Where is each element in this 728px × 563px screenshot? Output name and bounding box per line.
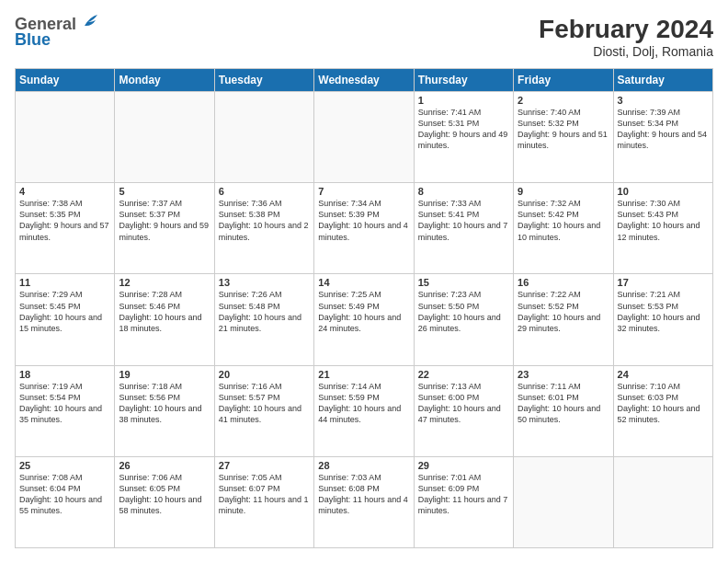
calendar-cell: 6Sunrise: 7:36 AM Sunset: 5:38 PM Daylig…: [214, 183, 313, 274]
calendar-cell: 23Sunrise: 7:11 AM Sunset: 6:01 PM Dayli…: [514, 365, 613, 456]
title-block: February 2024 Diosti, Dolj, Romania: [539, 15, 713, 59]
day-number: 2: [518, 95, 609, 106]
calendar-week-row: 18Sunrise: 7:19 AM Sunset: 5:54 PM Dayli…: [16, 365, 713, 456]
calendar-cell: 16Sunrise: 7:22 AM Sunset: 5:52 PM Dayli…: [514, 274, 613, 365]
day-number: 28: [318, 460, 409, 471]
day-info: Sunrise: 7:03 AM Sunset: 6:08 PM Dayligh…: [318, 472, 409, 517]
day-info: Sunrise: 7:21 AM Sunset: 5:53 PM Dayligh…: [618, 289, 709, 334]
day-number: 19: [119, 369, 210, 380]
calendar-cell: 11Sunrise: 7:29 AM Sunset: 5:45 PM Dayli…: [16, 274, 115, 365]
calendar-cell: [314, 92, 414, 183]
day-info: Sunrise: 7:32 AM Sunset: 5:42 PM Dayligh…: [518, 198, 609, 243]
calendar-cell: 27Sunrise: 7:05 AM Sunset: 6:07 PM Dayli…: [214, 456, 313, 547]
calendar-subtitle: Diosti, Dolj, Romania: [539, 44, 713, 59]
day-info: Sunrise: 7:22 AM Sunset: 5:52 PM Dayligh…: [518, 289, 609, 334]
calendar-cell: [16, 92, 115, 183]
calendar-table: SundayMondayTuesdayWednesdayThursdayFrid…: [15, 68, 713, 548]
day-number: 13: [219, 277, 310, 288]
day-info: Sunrise: 7:34 AM Sunset: 5:39 PM Dayligh…: [318, 198, 409, 243]
weekday-header: Monday: [115, 69, 214, 92]
day-number: 5: [119, 186, 210, 197]
day-number: 1: [418, 95, 509, 106]
day-number: 11: [19, 277, 110, 288]
calendar-cell: 26Sunrise: 7:06 AM Sunset: 6:05 PM Dayli…: [115, 456, 214, 547]
weekday-header: Sunday: [16, 69, 115, 92]
day-info: Sunrise: 7:18 AM Sunset: 5:56 PM Dayligh…: [119, 381, 210, 426]
day-number: 18: [19, 369, 110, 380]
day-number: 23: [518, 369, 609, 380]
day-number: 12: [119, 277, 210, 288]
calendar-cell: 3Sunrise: 7:39 AM Sunset: 5:34 PM Daylig…: [613, 92, 712, 183]
calendar-cell: 19Sunrise: 7:18 AM Sunset: 5:56 PM Dayli…: [115, 365, 214, 456]
calendar-cell: 17Sunrise: 7:21 AM Sunset: 5:53 PM Dayli…: [613, 274, 712, 365]
day-number: 17: [618, 277, 709, 288]
day-number: 25: [19, 460, 110, 471]
day-number: 6: [219, 186, 310, 197]
weekday-header: Thursday: [414, 69, 513, 92]
day-info: Sunrise: 7:33 AM Sunset: 5:41 PM Dayligh…: [418, 198, 509, 243]
day-info: Sunrise: 7:26 AM Sunset: 5:48 PM Dayligh…: [219, 289, 310, 334]
day-number: 7: [318, 186, 409, 197]
day-info: Sunrise: 7:14 AM Sunset: 5:59 PM Dayligh…: [318, 381, 409, 426]
calendar-cell: 14Sunrise: 7:25 AM Sunset: 5:49 PM Dayli…: [314, 274, 414, 365]
day-info: Sunrise: 7:06 AM Sunset: 6:05 PM Dayligh…: [119, 472, 210, 517]
day-info: Sunrise: 7:37 AM Sunset: 5:37 PM Dayligh…: [119, 198, 210, 243]
day-number: 21: [318, 369, 409, 380]
calendar-cell: [115, 92, 214, 183]
weekday-header: Saturday: [613, 69, 712, 92]
weekday-header: Tuesday: [214, 69, 313, 92]
day-info: Sunrise: 7:40 AM Sunset: 5:32 PM Dayligh…: [518, 107, 609, 152]
day-number: 29: [418, 460, 509, 471]
weekday-header: Friday: [514, 69, 613, 92]
calendar-week-row: 1Sunrise: 7:41 AM Sunset: 5:31 PM Daylig…: [16, 92, 713, 183]
day-number: 26: [119, 460, 210, 471]
calendar-week-row: 25Sunrise: 7:08 AM Sunset: 6:04 PM Dayli…: [16, 456, 713, 547]
day-number: 22: [418, 369, 509, 380]
calendar-cell: 20Sunrise: 7:16 AM Sunset: 5:57 PM Dayli…: [214, 365, 313, 456]
day-info: Sunrise: 7:23 AM Sunset: 5:50 PM Dayligh…: [418, 289, 509, 334]
day-info: Sunrise: 7:19 AM Sunset: 5:54 PM Dayligh…: [19, 381, 110, 426]
day-info: Sunrise: 7:41 AM Sunset: 5:31 PM Dayligh…: [418, 107, 509, 152]
calendar-cell: 9Sunrise: 7:32 AM Sunset: 5:42 PM Daylig…: [514, 183, 613, 274]
day-info: Sunrise: 7:11 AM Sunset: 6:01 PM Dayligh…: [518, 381, 609, 426]
weekday-header: Wednesday: [314, 69, 414, 92]
day-info: Sunrise: 7:13 AM Sunset: 6:00 PM Dayligh…: [418, 381, 509, 426]
calendar-cell: 22Sunrise: 7:13 AM Sunset: 6:00 PM Dayli…: [414, 365, 513, 456]
calendar-cell: 5Sunrise: 7:37 AM Sunset: 5:37 PM Daylig…: [115, 183, 214, 274]
calendar-week-row: 11Sunrise: 7:29 AM Sunset: 5:45 PM Dayli…: [16, 274, 713, 365]
calendar-cell: [613, 456, 712, 547]
calendar-cell: 25Sunrise: 7:08 AM Sunset: 6:04 PM Dayli…: [16, 456, 115, 547]
calendar-cell: 15Sunrise: 7:23 AM Sunset: 5:50 PM Dayli…: [414, 274, 513, 365]
calendar-cell: 12Sunrise: 7:28 AM Sunset: 5:46 PM Dayli…: [115, 274, 214, 365]
calendar-cell: 24Sunrise: 7:10 AM Sunset: 6:03 PM Dayli…: [613, 365, 712, 456]
day-number: 24: [618, 369, 709, 380]
calendar-title: February 2024: [539, 15, 713, 44]
calendar-cell: 28Sunrise: 7:03 AM Sunset: 6:08 PM Dayli…: [314, 456, 414, 547]
day-info: Sunrise: 7:08 AM Sunset: 6:04 PM Dayligh…: [19, 472, 110, 517]
day-info: Sunrise: 7:25 AM Sunset: 5:49 PM Dayligh…: [318, 289, 409, 334]
calendar-cell: 2Sunrise: 7:40 AM Sunset: 5:32 PM Daylig…: [514, 92, 613, 183]
day-info: Sunrise: 7:16 AM Sunset: 5:57 PM Dayligh…: [219, 381, 310, 426]
day-number: 15: [418, 277, 509, 288]
day-number: 8: [418, 186, 509, 197]
day-info: Sunrise: 7:10 AM Sunset: 6:03 PM Dayligh…: [618, 381, 709, 426]
day-info: Sunrise: 7:39 AM Sunset: 5:34 PM Dayligh…: [618, 107, 709, 152]
page: General Blue February 2024 Diosti, Dolj,…: [0, 0, 728, 563]
calendar-cell: 1Sunrise: 7:41 AM Sunset: 5:31 PM Daylig…: [414, 92, 513, 183]
day-number: 20: [219, 369, 310, 380]
day-number: 16: [518, 277, 609, 288]
day-info: Sunrise: 7:30 AM Sunset: 5:43 PM Dayligh…: [618, 198, 709, 243]
calendar-cell: 13Sunrise: 7:26 AM Sunset: 5:48 PM Dayli…: [214, 274, 313, 365]
calendar-cell: [514, 456, 613, 547]
day-info: Sunrise: 7:01 AM Sunset: 6:09 PM Dayligh…: [418, 472, 509, 517]
day-number: 14: [318, 277, 409, 288]
day-info: Sunrise: 7:36 AM Sunset: 5:38 PM Dayligh…: [219, 198, 310, 243]
day-number: 10: [618, 186, 709, 197]
day-info: Sunrise: 7:29 AM Sunset: 5:45 PM Dayligh…: [19, 289, 110, 334]
calendar-cell: 21Sunrise: 7:14 AM Sunset: 5:59 PM Dayli…: [314, 365, 414, 456]
logo-bird-icon: [77, 13, 97, 33]
calendar-cell: [214, 92, 313, 183]
header: General Blue February 2024 Diosti, Dolj,…: [15, 15, 713, 59]
day-number: 4: [19, 186, 110, 197]
calendar-cell: 8Sunrise: 7:33 AM Sunset: 5:41 PM Daylig…: [414, 183, 513, 274]
